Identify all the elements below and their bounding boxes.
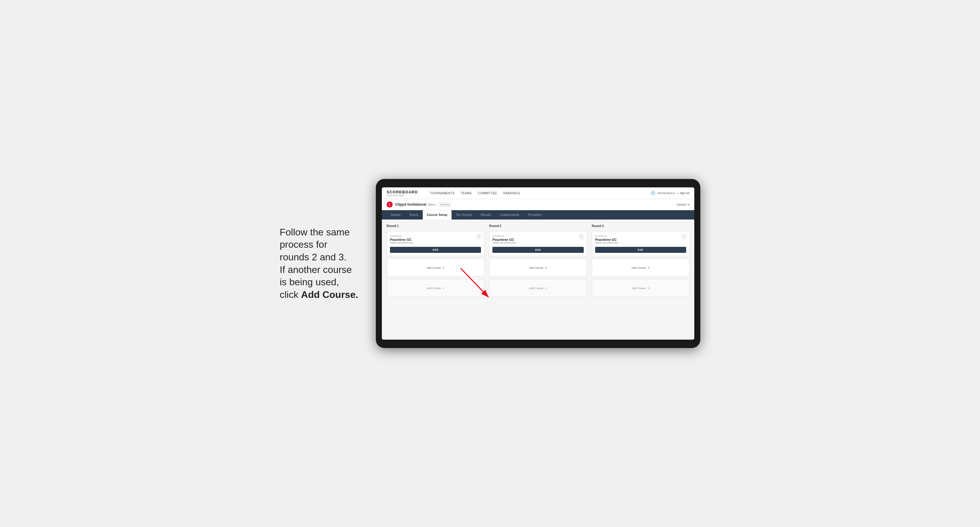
- cancel-button[interactable]: Cancel ✕: [676, 203, 689, 206]
- round-3-plus-icon-1: +: [648, 266, 649, 269]
- nav-separator: |: [677, 192, 678, 195]
- nav-tournaments[interactable]: TOURNAMENTS: [430, 192, 455, 195]
- instruction-panel: Follow the same process for rounds 2 and…: [280, 226, 364, 301]
- round-1-course-card: ⊡ (Course A) Peachtree GC Yellow (M) (66…: [387, 231, 484, 256]
- round-1-course-tag: (Course A): [390, 235, 481, 237]
- round-1-add-course-2: Add Course +: [387, 279, 484, 297]
- page-wrapper: Follow the same process for rounds 2 and…: [280, 179, 700, 348]
- round-3-course-name: Peachtree GC: [595, 238, 686, 241]
- round-1-plus-icon-2: +: [442, 286, 444, 290]
- round-3-course-tag: (Course A): [595, 235, 686, 237]
- round-3-plus-icon-2: +: [648, 286, 649, 290]
- round-2-column: Round 2 ⊡ (Course A) Peachtree GC Yellow…: [489, 224, 587, 297]
- round-1-course-details: Yellow (M) (6629 yds): [390, 241, 481, 244]
- round-1-add-course-1[interactable]: Add Course +: [387, 259, 484, 276]
- round-2-plus-icon-2: +: [545, 286, 547, 290]
- user-email: blair@clippd.io: [657, 192, 675, 195]
- nav-links: TOURNAMENTS TEAMS COMMITTEE RANKINGS: [430, 192, 644, 195]
- instruction-line5: is being used,: [280, 276, 339, 287]
- nav-committee[interactable]: COMMITTEE: [478, 192, 497, 195]
- round-2-delete-icon[interactable]: ⊡: [579, 234, 584, 239]
- logo-scoreboard: SCOREBOARD: [387, 190, 418, 194]
- user-avatar: [651, 190, 655, 195]
- round-1-course-name: Peachtree GC: [390, 238, 481, 241]
- logo-powered: Powered by clippd: [387, 194, 418, 196]
- round-2-course-details: Yellow (M) (6629 yds): [492, 241, 584, 244]
- tab-teams[interactable]: Teams: [405, 210, 423, 219]
- tab-leaderboards[interactable]: Leaderboards: [495, 210, 523, 219]
- round-1-plus-icon-1: +: [442, 266, 444, 269]
- tab-results[interactable]: Results: [476, 210, 495, 219]
- cancel-x-icon: ✕: [687, 203, 689, 206]
- round-2-add-course-2: Add Course +: [489, 279, 587, 297]
- hosting-badge: Hosting: [438, 202, 451, 206]
- round-2-add-course-1[interactable]: Add Course +: [489, 259, 587, 276]
- tab-details[interactable]: Details: [387, 210, 405, 219]
- instruction-line6-bold: Add Course.: [301, 289, 358, 300]
- round-1-edit-button[interactable]: Edit: [390, 247, 481, 253]
- round-3-add-course-label-2: Add Course +: [632, 286, 649, 290]
- round-2-course-name: Peachtree GC: [492, 238, 584, 241]
- round-3-course-card: ⊡ (Course A) Peachtree GC Yellow (M) (66…: [592, 231, 689, 256]
- tablet-screen: SCOREBOARD Powered by clippd TOURNAMENTS…: [382, 187, 694, 340]
- top-nav: SCOREBOARD Powered by clippd TOURNAMENTS…: [382, 187, 694, 199]
- main-content: Round 1 ⊡ (Course A) Peachtree GC Yellow…: [382, 219, 694, 340]
- round-2-plus-icon-1: +: [545, 266, 547, 269]
- instruction-line3: rounds 2 and 3.: [280, 252, 347, 262]
- round-2-course-card: ⊡ (Course A) Peachtree GC Yellow (M) (66…: [489, 231, 587, 256]
- brand-logo: C: [387, 202, 393, 208]
- tournament-name: Clippd Invitational: [395, 202, 426, 206]
- round-2-add-course-label-2: Add Course +: [529, 286, 547, 290]
- tablet-device: SCOREBOARD Powered by clippd TOURNAMENTS…: [376, 179, 700, 348]
- round-3-edit-button[interactable]: Edit: [595, 247, 686, 253]
- round-1-delete-icon[interactable]: ⊡: [476, 234, 482, 239]
- tab-printables[interactable]: Printables: [523, 210, 546, 219]
- round-3-delete-icon[interactable]: ⊡: [681, 234, 687, 239]
- instruction-line1: Follow the same: [280, 227, 350, 238]
- tournament-sub: (Men): [428, 203, 436, 206]
- round-3-add-course-1[interactable]: Add Course +: [592, 259, 689, 276]
- instruction-line6-prefix: click: [280, 289, 301, 300]
- instruction-line2: process for: [280, 239, 327, 250]
- rounds-grid: Round 1 ⊡ (Course A) Peachtree GC Yellow…: [387, 224, 689, 297]
- round-2-course-tag: (Course A): [492, 235, 584, 237]
- round-2-edit-button[interactable]: Edit: [492, 247, 584, 253]
- round-1-label: Round 1: [387, 224, 484, 228]
- round-3-column: Round 3 ⊡ (Course A) Peachtree GC Yellow…: [592, 224, 689, 297]
- tab-course-setup[interactable]: Course Setup: [423, 210, 452, 219]
- round-3-add-course-label-1: Add Course +: [632, 266, 649, 269]
- tab-tee-groups[interactable]: Tee Groups: [452, 210, 476, 219]
- sign-out-link[interactable]: Sign out: [679, 192, 689, 195]
- round-1-column: Round 1 ⊡ (Course A) Peachtree GC Yellow…: [387, 224, 484, 297]
- round-2-add-course-label-1: Add Course +: [529, 266, 547, 269]
- round-3-course-details: Yellow (M) (6629 yds): [595, 241, 686, 244]
- round-1-add-course-label-1: Add Course +: [426, 266, 444, 269]
- title-bar: C Clippd Invitational (Men) Hosting Canc…: [382, 199, 694, 210]
- nav-rankings[interactable]: RANKINGS: [503, 192, 520, 195]
- round-2-label: Round 2: [489, 224, 587, 228]
- instruction-line4: If another course: [280, 264, 352, 275]
- instruction-text: Follow the same process for rounds 2 and…: [280, 226, 364, 301]
- round-3-add-course-2: Add Course +: [592, 279, 689, 297]
- nav-teams[interactable]: TEAMS: [461, 192, 472, 195]
- logo-area: SCOREBOARD Powered by clippd: [387, 190, 418, 196]
- round-1-add-course-label-2: Add Course +: [426, 286, 444, 290]
- round-3-label: Round 3: [592, 224, 689, 228]
- tabs-bar: Details Teams Course Setup Tee Groups Re…: [382, 210, 694, 219]
- nav-right: blair@clippd.io | Sign out: [651, 190, 689, 195]
